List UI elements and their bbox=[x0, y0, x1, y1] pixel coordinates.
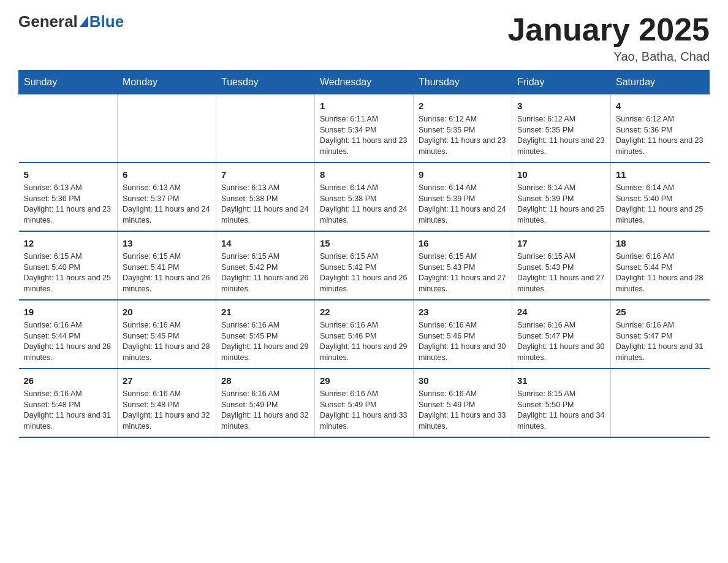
day-info-text: Sunrise: 6:16 AM bbox=[221, 389, 309, 400]
logo-blue-text: Blue bbox=[89, 12, 124, 31]
calendar-cell: 11Sunrise: 6:14 AMSunset: 5:40 PMDayligh… bbox=[611, 163, 710, 231]
day-info-text: Sunset: 5:42 PM bbox=[320, 262, 408, 274]
day-number: 24 bbox=[517, 305, 605, 318]
day-number: 3 bbox=[517, 99, 605, 112]
calendar-cell: 31Sunrise: 6:15 AMSunset: 5:50 PMDayligh… bbox=[512, 369, 611, 437]
calendar-week-row: 19Sunrise: 6:16 AMSunset: 5:44 PMDayligh… bbox=[19, 300, 710, 369]
day-info-text: Sunrise: 6:16 AM bbox=[24, 389, 113, 400]
day-info-text: Daylight: 11 hours and 33 minutes. bbox=[419, 410, 507, 432]
day-number: 27 bbox=[123, 374, 211, 387]
calendar-cell: 7Sunrise: 6:13 AMSunset: 5:38 PMDaylight… bbox=[216, 163, 315, 231]
calendar-cell: 30Sunrise: 6:16 AMSunset: 5:49 PMDayligh… bbox=[414, 369, 512, 437]
calendar-cell: 4Sunrise: 6:12 AMSunset: 5:36 PMDaylight… bbox=[611, 94, 710, 163]
day-info-text: Sunrise: 6:12 AM bbox=[517, 114, 605, 125]
calendar-week-row: 5Sunrise: 6:13 AMSunset: 5:36 PMDaylight… bbox=[19, 163, 710, 231]
day-number: 13 bbox=[123, 237, 211, 250]
title-section: January 2025 Yao, Batha, Chad bbox=[507, 12, 710, 64]
day-info-text: Daylight: 11 hours and 27 minutes. bbox=[517, 273, 605, 294]
day-info-text: Sunrise: 6:15 AM bbox=[320, 251, 408, 262]
day-info-text: Daylight: 11 hours and 34 minutes. bbox=[517, 410, 605, 432]
day-info-text: Sunrise: 6:14 AM bbox=[517, 183, 605, 194]
day-info-text: Daylight: 11 hours and 28 minutes. bbox=[123, 342, 211, 363]
day-info-text: Sunset: 5:49 PM bbox=[419, 400, 507, 411]
day-info-text: Daylight: 11 hours and 30 minutes. bbox=[517, 342, 605, 363]
page-header: General Blue January 2025 Yao, Batha, Ch… bbox=[18, 12, 710, 64]
day-number: 25 bbox=[616, 305, 705, 318]
day-info-text: Daylight: 11 hours and 31 minutes. bbox=[616, 342, 705, 363]
day-number: 17 bbox=[517, 237, 605, 250]
day-number: 6 bbox=[123, 168, 211, 181]
day-info-text: Daylight: 11 hours and 30 minutes. bbox=[419, 342, 507, 363]
calendar-cell: 29Sunrise: 6:16 AMSunset: 5:49 PMDayligh… bbox=[315, 369, 414, 437]
day-number: 18 bbox=[616, 237, 705, 250]
day-info-text: Sunrise: 6:16 AM bbox=[419, 389, 507, 400]
day-info-text: Sunset: 5:38 PM bbox=[221, 194, 309, 205]
day-info-text: Sunset: 5:40 PM bbox=[24, 262, 113, 274]
calendar-header-thursday: Thursday bbox=[414, 71, 512, 94]
day-info-text: Daylight: 11 hours and 24 minutes. bbox=[123, 204, 211, 226]
day-info-text: Sunrise: 6:15 AM bbox=[123, 251, 211, 262]
day-info-text: Sunset: 5:42 PM bbox=[221, 262, 309, 274]
day-number: 11 bbox=[616, 168, 705, 181]
day-info-text: Sunset: 5:36 PM bbox=[24, 194, 113, 205]
day-info-text: Daylight: 11 hours and 24 minutes. bbox=[320, 204, 408, 226]
day-info-text: Sunrise: 6:14 AM bbox=[616, 183, 705, 194]
day-info-text: Daylight: 11 hours and 23 minutes. bbox=[517, 136, 605, 157]
day-info-text: Sunrise: 6:16 AM bbox=[123, 389, 211, 400]
logo-general-text: General bbox=[18, 12, 78, 31]
calendar-cell: 2Sunrise: 6:12 AMSunset: 5:35 PMDaylight… bbox=[414, 94, 512, 163]
calendar-header-row: SundayMondayTuesdayWednesdayThursdayFrid… bbox=[19, 71, 710, 94]
day-info-text: Daylight: 11 hours and 25 minutes. bbox=[616, 204, 705, 226]
day-number: 10 bbox=[517, 168, 605, 181]
day-info-text: Sunset: 5:43 PM bbox=[419, 262, 507, 274]
calendar-cell: 21Sunrise: 6:16 AMSunset: 5:45 PMDayligh… bbox=[216, 300, 315, 369]
day-number: 20 bbox=[123, 305, 211, 318]
day-number: 7 bbox=[221, 168, 309, 181]
calendar-cell: 23Sunrise: 6:16 AMSunset: 5:46 PMDayligh… bbox=[414, 300, 512, 369]
calendar-cell: 16Sunrise: 6:15 AMSunset: 5:43 PMDayligh… bbox=[414, 231, 512, 300]
day-info-text: Sunset: 5:37 PM bbox=[123, 194, 211, 205]
logo: General Blue bbox=[18, 12, 124, 31]
calendar-cell: 13Sunrise: 6:15 AMSunset: 5:41 PMDayligh… bbox=[118, 231, 216, 300]
calendar-cell: 18Sunrise: 6:16 AMSunset: 5:44 PMDayligh… bbox=[611, 231, 710, 300]
day-info-text: Sunset: 5:45 PM bbox=[123, 331, 211, 342]
day-number: 9 bbox=[419, 168, 507, 181]
day-info-text: Sunset: 5:40 PM bbox=[616, 194, 705, 205]
day-info-text: Daylight: 11 hours and 29 minutes. bbox=[221, 342, 309, 363]
day-number: 31 bbox=[517, 374, 605, 387]
calendar-cell: 25Sunrise: 6:16 AMSunset: 5:47 PMDayligh… bbox=[611, 300, 710, 369]
day-info-text: Daylight: 11 hours and 29 minutes. bbox=[320, 342, 408, 363]
day-info-text: Daylight: 11 hours and 26 minutes. bbox=[123, 273, 211, 294]
day-info-text: Sunset: 5:39 PM bbox=[517, 194, 605, 205]
day-number: 29 bbox=[320, 374, 408, 387]
day-info-text: Sunset: 5:46 PM bbox=[320, 331, 408, 342]
day-number: 1 bbox=[320, 99, 408, 112]
day-info-text: Sunset: 5:41 PM bbox=[123, 262, 211, 274]
day-info-text: Sunset: 5:47 PM bbox=[517, 331, 605, 342]
calendar-table: SundayMondayTuesdayWednesdayThursdayFrid… bbox=[18, 70, 710, 438]
day-number: 15 bbox=[320, 237, 408, 250]
day-info-text: Daylight: 11 hours and 23 minutes. bbox=[320, 136, 408, 157]
calendar-week-row: 1Sunrise: 6:11 AMSunset: 5:34 PMDaylight… bbox=[19, 94, 710, 163]
day-number: 19 bbox=[24, 305, 113, 318]
calendar-header-friday: Friday bbox=[512, 71, 611, 94]
day-info-text: Daylight: 11 hours and 23 minutes. bbox=[24, 204, 113, 226]
day-number: 21 bbox=[221, 305, 309, 318]
day-info-text: Sunrise: 6:13 AM bbox=[24, 183, 113, 194]
calendar-header-monday: Monday bbox=[118, 71, 216, 94]
day-number: 5 bbox=[24, 168, 113, 181]
day-info-text: Daylight: 11 hours and 24 minutes. bbox=[221, 204, 309, 226]
calendar-cell: 22Sunrise: 6:16 AMSunset: 5:46 PMDayligh… bbox=[315, 300, 414, 369]
calendar-cell: 20Sunrise: 6:16 AMSunset: 5:45 PMDayligh… bbox=[118, 300, 216, 369]
day-info-text: Daylight: 11 hours and 31 minutes. bbox=[24, 410, 113, 432]
day-info-text: Sunset: 5:47 PM bbox=[616, 331, 705, 342]
subtitle: Yao, Batha, Chad bbox=[507, 50, 710, 64]
day-number: 26 bbox=[24, 374, 113, 387]
day-info-text: Daylight: 11 hours and 24 minutes. bbox=[419, 204, 507, 226]
calendar-cell: 12Sunrise: 6:15 AMSunset: 5:40 PMDayligh… bbox=[19, 231, 118, 300]
calendar-cell: 27Sunrise: 6:16 AMSunset: 5:48 PMDayligh… bbox=[118, 369, 216, 437]
day-info-text: Sunrise: 6:16 AM bbox=[123, 320, 211, 331]
day-info-text: Sunrise: 6:12 AM bbox=[616, 114, 705, 125]
day-info-text: Sunrise: 6:15 AM bbox=[517, 251, 605, 262]
day-info-text: Sunset: 5:48 PM bbox=[123, 400, 211, 411]
